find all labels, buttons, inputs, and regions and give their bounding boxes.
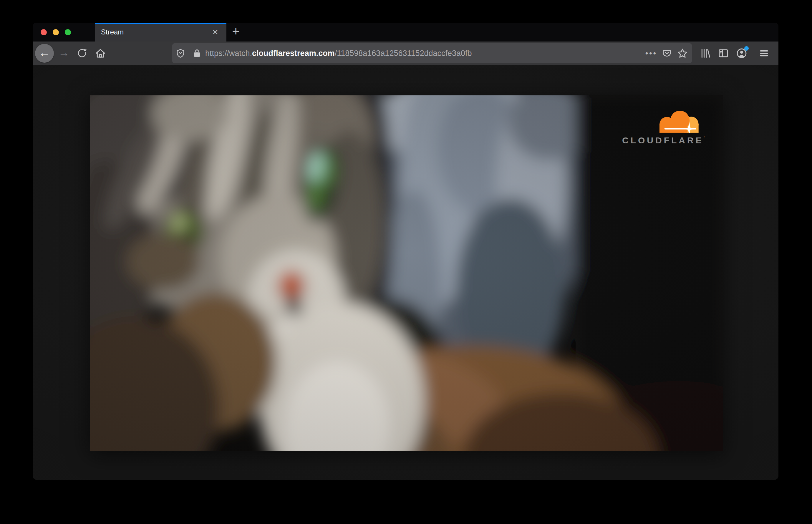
cloudflare-cloud-icon [654, 110, 700, 133]
toolbar-divider [752, 45, 752, 62]
page-actions-icon[interactable]: ••• [645, 49, 657, 58]
urlbar-separator [189, 49, 189, 58]
window-zoom-button[interactable] [65, 29, 71, 35]
menu-icon [759, 48, 769, 59]
url-bar[interactable]: https://watch.cloudflarestream.com/11859… [172, 43, 692, 63]
video-frame-cat [90, 95, 723, 451]
url-domain: cloudflarestream.com [252, 49, 335, 58]
tracking-shield-icon[interactable] [176, 49, 185, 58]
reload-icon [77, 48, 87, 59]
home-button[interactable] [92, 45, 109, 62]
browser-window: Stream ✕ + ← → [33, 23, 778, 480]
url-scheme: https://watch. [205, 49, 252, 58]
forward-button[interactable]: → [56, 45, 72, 62]
library-icon [700, 48, 711, 59]
account-button[interactable] [733, 45, 750, 62]
back-arrow-icon: ← [38, 47, 50, 59]
account-notification-dot [744, 46, 749, 51]
menu-button[interactable] [756, 45, 772, 62]
home-icon [95, 48, 106, 59]
new-tab-button[interactable]: + [226, 23, 245, 42]
active-tab-accent-line [95, 23, 226, 24]
reload-button[interactable] [74, 45, 91, 62]
forward-arrow-icon: → [58, 47, 69, 58]
sidebar-icon [718, 48, 729, 59]
video-player[interactable]: CLOUDFLARE' [90, 95, 723, 451]
pocket-icon[interactable] [662, 48, 672, 58]
library-button[interactable] [697, 45, 713, 62]
tab-title: Stream [101, 28, 209, 36]
back-button[interactable]: ← [35, 44, 54, 63]
cloudflare-watermark: CLOUDFLARE' [610, 110, 704, 145]
url-text[interactable]: https://watch.cloudflarestream.com/11859… [205, 49, 645, 58]
page-content: CLOUDFLARE' [33, 65, 778, 480]
screenshot-stage: Stream ✕ + ← → [0, 0, 812, 524]
toolbar-right-icons [697, 45, 772, 62]
tab-stream[interactable]: Stream ✕ [95, 23, 226, 42]
window-close-button[interactable] [40, 29, 47, 35]
bookmark-star-icon[interactable] [677, 48, 688, 59]
cloudflare-wordmark: CLOUDFLARE' [610, 135, 704, 145]
url-path: /118598a163a125631152ddaccfe3a0fb [335, 49, 472, 58]
window-minimize-button[interactable] [53, 29, 59, 35]
tab-close-icon[interactable]: ✕ [209, 26, 221, 38]
tab-bar: Stream ✕ + [33, 23, 778, 42]
lock-icon[interactable] [193, 49, 201, 58]
sidebar-button[interactable] [715, 45, 732, 62]
titlebar-traffic-lights [33, 23, 95, 42]
cloudflare-trademark: ' [704, 135, 704, 140]
navigation-toolbar: ← → [33, 42, 778, 65]
